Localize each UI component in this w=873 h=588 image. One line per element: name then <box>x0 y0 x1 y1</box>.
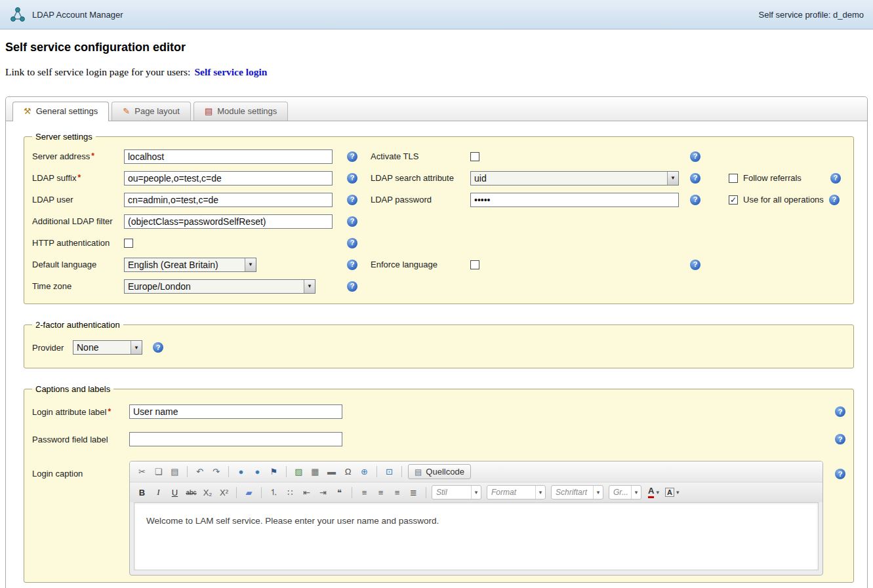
link-icon[interactable]: ● <box>233 465 249 479</box>
help-icon[interactable]: ? <box>835 434 845 444</box>
help-icon[interactable]: ? <box>835 406 845 417</box>
subscript-icon[interactable]: X₂ <box>200 485 215 500</box>
default-language-label: Default language <box>32 260 124 269</box>
help-icon[interactable]: ? <box>153 342 163 353</box>
undo-icon[interactable]: ↶ <box>192 465 207 479</box>
align-right-icon[interactable]: ≡ <box>390 485 405 500</box>
globe-icon[interactable]: ⊕ <box>357 465 372 479</box>
help-icon[interactable]: ? <box>830 173 841 184</box>
ldap-suffix-input[interactable] <box>124 171 333 186</box>
paste-icon[interactable]: ▤ <box>167 465 182 479</box>
underline-icon[interactable]: U <box>167 485 182 500</box>
remove-format-icon[interactable]: ▰ <box>241 485 256 500</box>
follow-referrals-checkbox[interactable] <box>729 174 738 183</box>
toolbar-separator <box>228 466 229 477</box>
maximize-icon[interactable]: ⊡ <box>382 465 397 479</box>
font-select-label: Schriftart <box>552 486 593 499</box>
superscript-icon[interactable]: X² <box>216 485 232 500</box>
align-center-icon[interactable]: ≡ <box>373 485 388 500</box>
http-authentication-checkbox[interactable] <box>124 239 133 248</box>
page-layout-icon: ✎ <box>123 106 130 116</box>
enforce-language-checkbox[interactable] <box>470 260 479 269</box>
self-service-login-link[interactable]: Self service login <box>194 66 267 77</box>
toolbar-separator <box>352 487 352 498</box>
align-justify-icon[interactable]: ≣ <box>406 485 421 500</box>
outdent-icon[interactable]: ⇤ <box>299 485 314 500</box>
indent-icon[interactable]: ⇥ <box>315 485 331 500</box>
help-icon[interactable]: ? <box>690 173 700 184</box>
login-attribute-label-input[interactable] <box>129 404 342 419</box>
bulleted-list-icon[interactable]: ∷ <box>283 485 298 500</box>
tab-module-settings[interactable]: ▤ Module settings <box>193 102 288 121</box>
align-left-icon[interactable]: ≡ <box>357 485 372 500</box>
toolbar-separator <box>376 466 377 477</box>
unlink-icon[interactable]: ● <box>250 465 265 479</box>
background-color-button[interactable]: A▾ <box>664 485 680 500</box>
special-character-icon[interactable]: Ω <box>340 465 355 479</box>
text-color-button[interactable]: A▾ <box>646 485 661 500</box>
font-select[interactable]: Schriftart▾ <box>551 485 603 500</box>
use-for-all-operations-checkbox[interactable]: ✓ <box>729 195 738 205</box>
password-field-label-input[interactable] <box>129 432 342 446</box>
dropdown-caret-icon: ▾ <box>676 489 680 496</box>
default-language-select[interactable]: English (Great Britain)▼ <box>124 258 256 272</box>
editor-toolbar-row-1: ✂❏▤↶↷●●⚑▨▦▬Ω⊕⊡ ▤Quellcode <box>130 461 822 482</box>
tab-page-layout[interactable]: ✎ Page layout <box>112 102 191 121</box>
numbered-list-icon[interactable]: ⒈ <box>266 485 281 500</box>
blockquote-icon[interactable]: ❝ <box>332 485 347 500</box>
help-icon[interactable]: ? <box>690 260 700 270</box>
ldap-user-input[interactable] <box>124 193 333 207</box>
activate-tls-checkbox[interactable] <box>470 152 479 161</box>
login-caption-row: Login caption ✂❏▤↶↷●●⚑▨▦▬Ω⊕⊡ ▤Quellcode … <box>32 458 845 576</box>
ldap-search-attribute-select[interactable]: uid▼ <box>470 171 679 186</box>
toolbar-dropdown-group: Stil▾Format▾Schriftart▾Gr...▾ <box>430 485 643 500</box>
additional-ldap-filter-input[interactable] <box>124 214 333 229</box>
strikethrough-icon[interactable]: abc <box>184 485 199 500</box>
time-zone-row: Time zone Europe/London▼ ? <box>32 275 845 297</box>
general-settings-panel: Server settings Server address* ? Activa… <box>6 121 867 583</box>
help-icon[interactable]: ? <box>690 195 700 205</box>
editor-content[interactable]: Welcome to LAM self service. Please ente… <box>134 502 819 570</box>
italic-icon[interactable]: I <box>151 485 166 500</box>
help-icon[interactable]: ? <box>347 260 357 270</box>
additional-ldap-filter-label: Additional LDAP filter <box>32 216 124 226</box>
help-icon[interactable]: ? <box>690 151 700 162</box>
redo-icon[interactable]: ↷ <box>209 465 224 479</box>
ldap-password-input[interactable] <box>470 193 679 207</box>
server-address-input[interactable] <box>124 149 333 164</box>
dropdown-caret-icon: ▾ <box>631 486 641 499</box>
server-address-row: Server address* ? Activate TLS ? <box>32 146 845 167</box>
style-select[interactable]: Stil▾ <box>432 485 481 500</box>
ldap-user-row: LDAP user ? LDAP password ? ✓Use for all… <box>32 189 845 210</box>
tab-strip: ⚒ General settings ✎ Page layout ▤ Modul… <box>6 97 867 121</box>
horizontal-rule-icon[interactable]: ▬ <box>324 465 339 479</box>
size-select[interactable]: Gr...▾ <box>609 485 641 500</box>
source-button[interactable]: ▤Quellcode <box>408 464 471 479</box>
help-icon[interactable]: ? <box>835 469 845 479</box>
time-zone-select[interactable]: Europe/London▼ <box>124 279 315 294</box>
format-select[interactable]: Format▾ <box>487 485 546 500</box>
ldap-suffix-row: LDAP suffix* ? LDAP search attribute uid… <box>32 167 845 189</box>
provider-select[interactable]: None▼ <box>73 340 142 355</box>
app-title: LDAP Account Manager <box>32 10 123 20</box>
login-attribute-label-row: Login attribute label* ? <box>32 398 845 425</box>
copy-icon[interactable]: ❏ <box>151 465 166 479</box>
cut-icon[interactable]: ✂ <box>134 465 150 479</box>
anchor-icon[interactable]: ⚑ <box>266 465 281 479</box>
help-icon[interactable]: ? <box>347 216 357 227</box>
help-icon[interactable]: ? <box>347 238 357 248</box>
image-icon[interactable]: ▨ <box>291 465 306 479</box>
help-icon[interactable]: ? <box>347 281 357 292</box>
tab-general-settings[interactable]: ⚒ General settings <box>12 102 109 121</box>
help-icon[interactable]: ? <box>347 173 357 184</box>
table-icon[interactable]: ▦ <box>308 465 323 479</box>
bold-icon[interactable]: B <box>134 485 150 500</box>
default-language-row: Default language English (Great Britain)… <box>32 254 845 275</box>
dropdown-arrow-icon: ▼ <box>667 172 678 185</box>
ldap-password-label: LDAP password <box>371 195 470 205</box>
help-icon[interactable]: ? <box>829 195 840 205</box>
server-address-label: Server address* <box>32 151 124 161</box>
help-icon[interactable]: ? <box>347 151 357 162</box>
login-caption-editor[interactable]: ✂❏▤↶↷●●⚑▨▦▬Ω⊕⊡ ▤Quellcode BIUabcX₂X²▰⒈∷⇤… <box>129 461 823 576</box>
help-icon[interactable]: ? <box>347 195 357 205</box>
